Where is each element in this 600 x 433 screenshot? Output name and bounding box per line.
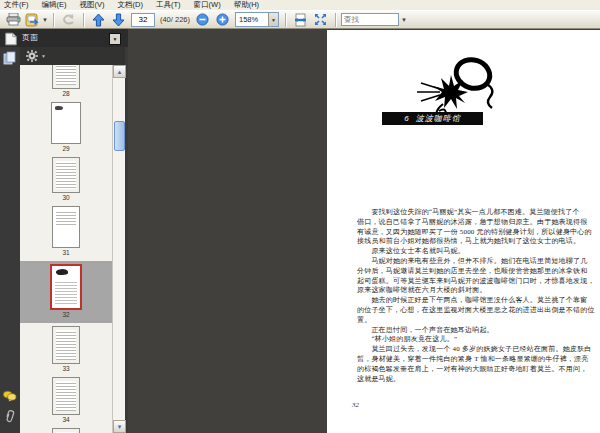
text-line: 正在思忖间，一个声音在她耳边响起。 — [357, 326, 597, 336]
thumbnail-page-28[interactable]: 28 — [20, 65, 112, 99]
zoom-level-select[interactable]: 158% ▼ — [235, 12, 279, 27]
main-area: 页面 ▼ — [0, 29, 600, 433]
zoom-in-icon — [216, 13, 229, 26]
arrow-up-icon — [92, 13, 105, 27]
previous-view-button-disabled[interactable] — [60, 12, 78, 28]
menu-edit[interactable]: 编辑(E) — [42, 0, 67, 10]
page-number: 32 — [352, 401, 359, 409]
separator — [285, 13, 287, 27]
panel-tab-strip — [0, 47, 20, 433]
thumbnail-page-29[interactable]: 29 — [20, 102, 112, 154]
scroll-down-button[interactable]: ▼ — [113, 420, 126, 433]
zoom-in-button[interactable] — [214, 12, 232, 28]
chevron-down-icon[interactable]: ▼ — [268, 13, 278, 26]
printer-icon — [6, 13, 21, 26]
text-line: 她去的时候正好是下午两点，咖啡馆里没什么客人。莫兰挑了个靠窗 — [357, 296, 597, 306]
chapter-title: 波波咖啡馆 — [416, 113, 461, 124]
separator — [335, 13, 337, 27]
text-line: “林小姐的朋友竟在这儿。” — [357, 335, 597, 345]
chevron-down-icon[interactable]: ▼ — [41, 53, 46, 59]
menu-tools[interactable]: 工具(T) — [156, 0, 181, 10]
text-line: 接线员和前台小姐对她都很热情，马上就为她找到了这位女士的电话。 — [357, 237, 597, 247]
comments-tab-icon[interactable] — [3, 389, 17, 403]
menu-help[interactable]: 帮助(H) — [234, 0, 259, 10]
text-line: 原来这家咖啡馆就在六月大楼的斜对面。 — [357, 286, 597, 296]
find-history-caret[interactable]: ▼ — [401, 17, 407, 23]
text-line: 置。 — [357, 316, 597, 326]
scroll-up-button[interactable]: ▲ — [113, 65, 126, 78]
page-count-label: (40/ 226) — [160, 15, 190, 24]
fit-width-button[interactable] — [292, 12, 310, 28]
text-line: 莫兰回过头去，发现一个 40 多岁的妖娆女子已经站在面前。她皮肤白 — [357, 345, 597, 355]
text-line: 的位子坐下，心想，在这里监视对面大楼里恶之花的进进出出倒是不错的位 — [357, 306, 597, 316]
thumbnail-options-row: ▼ — [20, 47, 125, 65]
thumbnail-page-35-partial[interactable] — [20, 428, 112, 433]
zoom-out-icon — [196, 13, 209, 26]
menu-document[interactable]: 文档(D) — [118, 0, 143, 10]
page-icon — [4, 32, 18, 46]
text-line: 这就是马妮。 — [357, 375, 597, 385]
next-page-button[interactable] — [110, 12, 128, 28]
save-send-button[interactable]: ▼ — [24, 12, 48, 28]
document-page: 6 波波咖啡馆 要找到这位失踪的“马丽妮”其实一点儿都不困难。莫兰随便找了个 借… — [327, 30, 600, 433]
chapter-banner: 6 波波咖啡馆 — [382, 112, 483, 125]
menu-view[interactable]: 视图(V) — [80, 0, 105, 10]
menu-file[interactable]: 文件(F) — [4, 0, 29, 10]
thumbnail-page-32-selected[interactable]: 32 — [20, 261, 112, 323]
panel-title: 页面 — [22, 33, 39, 43]
text-line: 起司蛋糕。可等莫兰驱车来到马妮开的波波咖啡馆门口时，才惊喜地发现， — [357, 277, 597, 287]
fit-width-icon — [294, 13, 307, 27]
cat-illustration — [413, 52, 501, 114]
navigation-sidebar: 页面 ▼ — [0, 29, 128, 433]
pages-panel-header: 页面 ▼ — [0, 29, 128, 47]
send-file-icon — [24, 13, 41, 27]
text-line: 借口，说自己错拿了马丽妮的沐浴露，急于想物归原主。由于她表现得很 — [357, 218, 597, 228]
menu-window[interactable]: 窗口(W) — [194, 0, 221, 10]
toolbar: ▼ (40/ 226) 158% ▼ — [0, 10, 600, 29]
document-area: 6 波波咖啡馆 要找到这位失踪的“马丽妮”其实一点儿都不困难。莫兰随便找了个 借… — [128, 29, 600, 433]
menu-bar: 文件(F) 编辑(E) 视图(V) 文档(D) 工具(T) 窗口(W) 帮助(H… — [0, 0, 600, 10]
find-input[interactable] — [341, 13, 399, 26]
print-button[interactable] — [4, 12, 22, 28]
fullscreen-button[interactable] — [312, 12, 330, 28]
thumbnail-page-30[interactable]: 30 — [20, 157, 112, 203]
dropdown-caret: ▼ — [42, 17, 48, 23]
zoom-level-value: 158% — [236, 15, 268, 24]
previous-view-icon — [61, 13, 76, 26]
attachments-tab-icon[interactable] — [3, 409, 17, 423]
text-line: 分钟后，马妮邀请莫兰到她的店里去坐坐，也顺便尝尝她那里的冰拿铁和 — [357, 267, 597, 277]
text-line: 有诚意，又因为她随即买了一份 5000 元的特别健身计划，所以健身中心的 — [357, 228, 597, 238]
chapter-number: 6 — [404, 114, 409, 123]
separator — [83, 13, 85, 27]
text-line: 的棕褐色鬈发垂在肩上，一对有神的大眼睛正好奇地盯着莫兰。不用问， — [357, 365, 597, 375]
scrollbar-thumb[interactable] — [114, 121, 125, 151]
zoom-out-button[interactable] — [194, 12, 212, 28]
page-number-input[interactable] — [131, 13, 155, 27]
text-line: 马妮对她的来电有些意外，但并不排斥。她们在电话里简短地聊了几 — [357, 257, 597, 267]
thumbnail-scrollbar[interactable]: ▲ ▼ — [112, 65, 125, 433]
text-line: 要找到这位失踪的“马丽妮”其实一点儿都不困难。莫兰随便找了个 — [357, 208, 597, 218]
gear-icon[interactable] — [26, 50, 38, 62]
thumbnail-page-33[interactable]: 33 — [20, 326, 112, 374]
separator — [53, 13, 55, 27]
thumbnail-page-31[interactable]: 31 — [20, 206, 112, 258]
text-line: 皙，身材健美，穿着一件纯白的紧身 T 恤和一条略显紧绷的牛仔裤，漂亮 — [357, 355, 597, 365]
thumbnail-page-34[interactable]: 34 — [20, 377, 112, 425]
body-text: 要找到这位失踪的“马丽妮”其实一点儿都不困难。莫兰随便找了个 借口，说自己错拿了… — [357, 208, 597, 384]
fullscreen-icon — [314, 13, 327, 26]
text-line: 原来这位女士本名就叫马妮。 — [357, 247, 597, 257]
panel-options-button[interactable]: ▼ — [109, 33, 121, 45]
thumbnail-panel: 28 29 30 31 32 33 — [20, 65, 112, 433]
arrow-down-icon — [112, 13, 125, 27]
pages-tab-icon[interactable] — [3, 51, 17, 65]
previous-page-button[interactable] — [90, 12, 108, 28]
